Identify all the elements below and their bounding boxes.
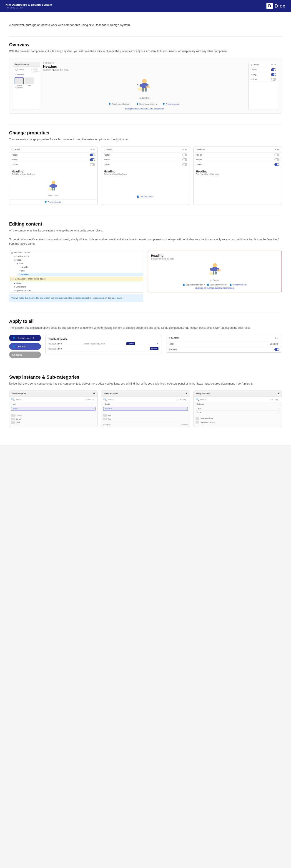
supplement-action-btn[interactable]: 👤 Supplement button ▾ <box>107 102 133 106</box>
chevron-down-icon: ▾ <box>130 103 131 105</box>
primary-action-c1[interactable]: 👤 Primary Action › <box>9 199 97 205</box>
more-icon-custom: ••• <box>277 337 280 339</box>
illustration-1 <box>45 179 61 192</box>
footer-toggle[interactable] <box>271 68 276 71</box>
primary-action-btn[interactable]: 👤 Primary Action › <box>161 102 182 106</box>
logo-letter: D <box>266 3 273 9</box>
custom-panel-header: ◇ Custom ⊕ ••• <box>166 335 282 341</box>
update-btn-1[interactable]: Update <box>126 342 135 345</box>
left-icon-btn[interactable]: 👤 Left icon <box>9 343 41 350</box>
divider-toggle[interactable] <box>271 78 276 81</box>
prop-card-1: ◇ Default ⊕ ••• Footer: Empty: <box>9 146 98 205</box>
prop-card-2: ◇ Default ⊕ ••• Footer: Empty: <box>101 146 190 205</box>
layer-row-1: ▤ content inside <box>12 254 143 258</box>
props-panel: ◇ Default ⊕ ••• Footer: Empty: <box>249 62 278 110</box>
footer-toggle-c2[interactable] <box>182 154 187 156</box>
footer-toggle-c1[interactable] <box>90 154 95 156</box>
secondary-label: Secondary Action <box>139 103 155 105</box>
intro-text: A quick walk-through on how to work with… <box>9 19 282 27</box>
diamond-icon-c3: ◇ <box>196 148 197 151</box>
primary-action-c2[interactable]: 👤 Primary Action › <box>101 194 189 199</box>
stacked-toggle[interactable] <box>275 348 280 351</box>
empty-toggle[interactable] <box>271 73 276 76</box>
overview-desc: With the powerful components of Nile des… <box>9 49 282 54</box>
svg-rect-22 <box>215 271 217 275</box>
layers-panel: ▤ Standard / Default ▤ content inside ▤ … <box>9 251 143 292</box>
edit-card-actions: 👤 Supplement button ▾ 👤 Secondary Action… <box>151 284 279 286</box>
figma-thumb-intro <box>25 78 34 84</box>
props-icons: ⊕ ••• <box>271 64 276 66</box>
diamond-icon: ◇ <box>251 64 252 66</box>
close-icon-1[interactable]: ✕ <box>157 342 158 345</box>
person-icon3: 👤 <box>162 103 165 105</box>
empty-toggle-c3[interactable] <box>275 158 280 161</box>
svg-point-23 <box>217 269 221 272</box>
menu-icon-swap1: ☰ <box>93 393 95 395</box>
swap-nav-collapse[interactable]: < Collapse <box>194 402 282 406</box>
macbook-label-2: Macbook Pro <box>48 347 62 350</box>
layer-row-5: T title <box>17 269 143 273</box>
divider-toggle-c3[interactable] <box>275 163 280 166</box>
swap-panel-2-search: 🔍 Search... Local comp... <box>101 397 189 402</box>
props-panel-header: ◇ Default ⊕ ••• <box>249 62 278 67</box>
change-properties-desc: You can easily change properties for eac… <box>9 137 282 142</box>
swap-panel-1: Swap Instance ☰ 🔍 Search... Local comp..… <box>9 391 98 427</box>
more-icon-c1: ••• <box>93 148 95 151</box>
card-body-illus-1 <box>11 178 95 193</box>
swap-panel-2-header: Swap Instance ☰ <box>101 391 189 397</box>
svg-point-17 <box>213 263 217 267</box>
layer-row-selected[interactable]: ◈ Cion / Action / check_circle_space <box>10 277 142 281</box>
chevron-down-dbl: ▾ <box>33 337 34 339</box>
divider-toggle-c1[interactable] <box>90 163 95 166</box>
editing-content-desc1: All the components has its constraints t… <box>9 228 282 233</box>
frame-icon-0: ▤ <box>11 252 13 254</box>
menu-icon-swap2: ☰ <box>185 393 187 395</box>
search-icon-swap3: 🔍 <box>195 398 199 401</box>
empty-toggle-c2[interactable] <box>182 158 187 161</box>
figma-nav-standard: < Standard <box>14 73 39 76</box>
empty-toggle-c1[interactable] <box>90 158 95 161</box>
logo-area: D Dlex <box>266 3 286 9</box>
chevron-edit3: › <box>247 284 247 286</box>
swap-select-simple: Simple › <box>9 406 97 412</box>
card-preview: OVERLINE Heading Subtitle should be here <box>43 62 246 110</box>
layers-column: ▤ Standard / Default ▤ content inside ▤ … <box>9 251 143 302</box>
supplement-label: Supplement button <box>112 103 129 105</box>
example-link[interactable]: Example for the Standard Card component <box>43 107 246 110</box>
update-btn-2[interactable]: Update <box>150 347 158 350</box>
swap-grid: Swap Instance ☰ 🔍 Search... Local comp..… <box>9 391 282 427</box>
more-icon-c2: ••• <box>185 148 187 151</box>
app-title: Nile Dashboard & Design System <box>5 3 52 6</box>
custom-panel: ◇ Custom ⊕ ••• Type: Session ▾ <box>166 335 282 353</box>
swap-instance-desc: Notice that there some components has su… <box>9 381 282 386</box>
component-icon-3: ◈ <box>16 263 18 265</box>
no-content-label: No Content <box>43 97 246 99</box>
svg-point-10 <box>51 181 55 184</box>
divider-toggle-c2[interactable] <box>182 163 187 166</box>
double-icons-btn[interactable]: 👤 Double icons ▾ <box>9 335 41 341</box>
link-icon-custom: ⊕ <box>275 337 277 339</box>
swap-nav-list[interactable]: < List <box>9 402 97 406</box>
swap-panel-2-footer: Category Custom <box>101 423 189 427</box>
no-icons-btn[interactable]: No icons <box>9 351 41 358</box>
svg-rect-6 <box>145 88 147 92</box>
swap-item-state: State <box>11 421 96 425</box>
more-icon-c3: ••• <box>277 148 280 151</box>
app-subtitle: Designed by Dlex <box>5 6 52 9</box>
svg-rect-5 <box>142 88 144 92</box>
link-icon-c2: ⊕ <box>182 148 184 151</box>
select-arrow-type: ▾ <box>279 343 280 345</box>
edit-card-illus <box>151 260 279 278</box>
person-icon-edit2: 👤 <box>207 284 209 286</box>
card-illustration <box>43 73 246 96</box>
footer-toggle-c3[interactable] <box>275 154 280 156</box>
apply-buttons-column: 👤 Double icons ▾ 👤 Left icon No icons <box>9 335 41 358</box>
person-icon-dbl: 👤 <box>12 337 15 339</box>
person-icon: 👤 <box>108 103 111 105</box>
swap-select-standard: Standard › <box>101 406 189 412</box>
swap-panel-2-content: API App <box>101 412 189 423</box>
secondary-action-btn[interactable]: 👤 Secondary Action ▾ <box>134 102 159 106</box>
touch-device-card: Touch-ID device Macbook Pro Added August… <box>45 335 161 354</box>
swap-nav-cards[interactable]: < Cards <box>101 402 189 406</box>
swap-item-default-collapse: Default collapse <box>195 417 280 420</box>
